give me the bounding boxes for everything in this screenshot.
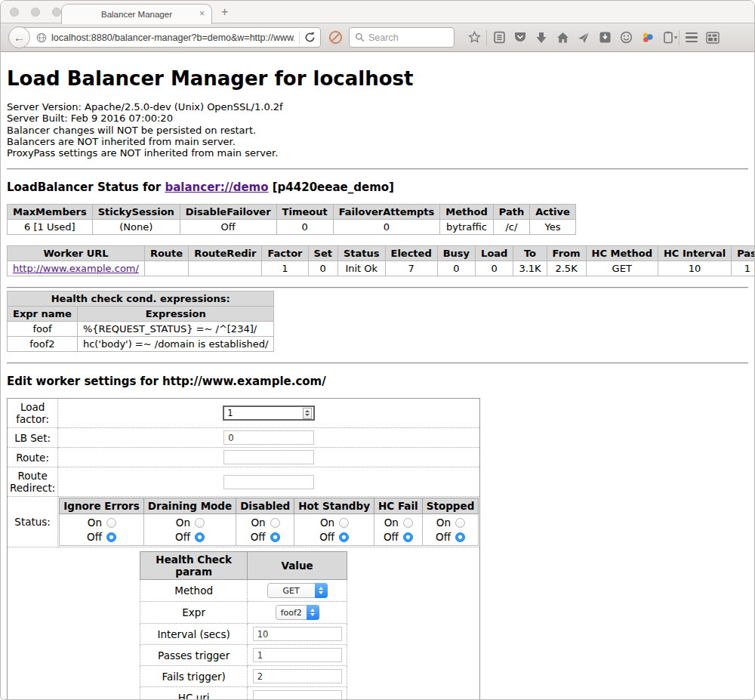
search-input[interactable] [368,32,444,43]
cell-factor: 1 [262,261,308,276]
route-redirect-input[interactable] [223,475,314,489]
back-button[interactable]: ← [8,26,30,48]
hot-standby-off-radio[interactable] [339,532,349,542]
draining-mode-on-radio[interactable] [195,518,205,528]
col-factor: Factor [262,246,308,261]
stopped-on-radio[interactable] [455,518,465,528]
col-hc-param: Health Check param [140,552,248,580]
page-title: Load Balancer Manager for localhost [7,67,748,90]
url-bar[interactable]: localhost:8880/balancer-manager?b=demo&w… [19,27,321,48]
lb-set-input[interactable] [223,430,314,445]
select-stepper-icon [307,605,319,620]
col-from: From [547,246,586,261]
ignore-errors-off-radio[interactable] [106,532,116,542]
back-arrow-icon: ← [14,31,25,44]
route-label: Route: [8,448,58,467]
hot-standby-on-radio[interactable] [339,518,349,528]
interval-input[interactable] [253,627,342,641]
zoom-window-button[interactable] [52,8,61,17]
star-icon[interactable] [464,27,485,48]
hc-row-method: Method GET [140,580,347,602]
minimize-window-button[interactable] [31,8,40,17]
table-title-row: Health check cond. expressions: [8,291,274,307]
balancer-heading: LoadBalancer Status for balancer://demo … [7,180,748,194]
search-bar[interactable] [349,27,455,48]
colored-dots-icon[interactable] [636,27,658,48]
route-input[interactable] [223,450,314,464]
blocked-plugin-icon[interactable] [328,30,343,45]
tab-balancer-manager[interactable]: Balancer Manager × [61,4,212,24]
col-hot-standby: Hot Standby [294,498,374,514]
hc-uri-input[interactable] [253,690,342,700]
divider [7,287,748,288]
col-elected: Elected [385,246,437,261]
stopped-off-radio[interactable] [455,532,465,542]
cell-from: 2.5K [547,261,586,276]
cell-path: /c/ [493,220,529,235]
server-version-line: Server Version: Apache/2.5.0-dev (Unix) … [7,101,748,113]
reading-list-icon[interactable] [488,27,510,48]
disabled-off-radio[interactable] [270,532,280,542]
cell-to: 3.1K [513,261,547,276]
col-maxmembers: MaxMembers [8,205,93,220]
table-row: 6 [1 Used] (None) Off 0 0 bytraffic /c/ … [8,220,576,235]
col-hc-fail: HC Fail [374,498,423,514]
on-label: On [176,517,190,529]
cell-expression: %{REQUEST_STATUS} =~ /^[234]/ [77,322,274,337]
hc-params-table: Health Check param Value Method GET [140,551,347,700]
tab-close-icon[interactable]: × [199,8,205,19]
ignore-errors-on-radio[interactable] [106,518,116,528]
col-busy: Busy [437,246,475,261]
divider [7,168,748,170]
download-icon[interactable] [531,27,552,48]
caret-down-icon[interactable]: ▾ [674,34,677,41]
worker-url-link[interactable]: http://www.example.com/ [13,263,139,274]
hc-row-expr: Expr foof2 [140,602,347,624]
off-label: Off [384,531,399,543]
tab-title: Balancer Manager [101,10,172,19]
cell-timeout: 0 [276,220,333,235]
hc-fail-off-radio[interactable] [403,532,413,542]
cell-disablefailover: Off [180,220,276,235]
smiley-icon[interactable] [615,27,636,48]
toolbar-divider [486,30,487,45]
col-stickysession: StickySession [92,205,180,220]
worker-table: Worker URL Route RouteRedir Factor Set S… [7,245,755,276]
save-icon[interactable] [594,27,615,48]
menu-icon[interactable] [681,27,702,48]
method-select[interactable]: GET [267,583,328,598]
load-factor-input[interactable]: 1 [223,406,315,421]
draining-mode-off-radio[interactable] [195,532,205,542]
hc-row-uri: HC uri [140,687,347,700]
number-spinner-icon[interactable] [303,408,312,419]
lb-set-label: LB Set: [8,428,58,448]
home-icon[interactable] [552,27,573,48]
tiles-icon[interactable] [702,27,723,48]
url-text[interactable]: localhost:8880/balancer-manager?b=demo&w… [51,32,294,43]
hc-row-fails: Fails trigger) [140,666,347,687]
reload-icon[interactable] [304,32,316,43]
passes-input[interactable] [253,648,342,662]
balancer-link[interactable]: balancer://demo [165,180,268,194]
cell-route [144,261,188,276]
send-icon[interactable] [573,27,594,48]
balancer-status-table: MaxMembers StickySession DisableFailover… [7,204,576,235]
hc-row-interval: Interval (secs) [140,624,347,645]
col-set: Set [308,246,337,261]
status-table: Ignore Errors Draining Mode Disabled Hot… [59,498,479,546]
hc-fail-on-radio[interactable] [403,518,413,528]
cell-active: Yes [530,220,576,235]
cell-maxmembers: 6 [1 Used] [8,220,93,235]
disabled-on-radio[interactable] [270,518,280,528]
col-load: Load [476,246,513,261]
expr-select[interactable]: foof2 [276,605,319,620]
new-tab-button[interactable]: + [221,5,228,19]
off-label: Off [175,531,190,543]
col-disabled: Disabled [236,498,294,514]
col-timeout: Timeout [276,205,333,220]
table-header-row: Worker URL Route RouteRedir Factor Set S… [8,246,755,261]
close-window-button[interactable] [10,8,19,17]
status-radio-row: On Off On Off [60,514,479,546]
fails-input[interactable] [253,669,342,683]
pocket-icon[interactable] [510,27,531,48]
